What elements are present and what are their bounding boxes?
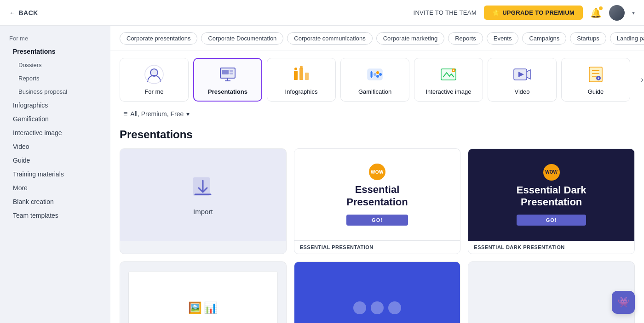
category-scroll-right-button[interactable]: ›	[635, 58, 644, 102]
tag-corporate-communications[interactable]: Corporate communications	[287, 32, 372, 45]
tag-corporate-documentation[interactable]: Corporate Documentation	[201, 32, 283, 45]
svg-rect-13	[371, 71, 372, 78]
slide1-preview: 🖼️📊	[128, 271, 278, 323]
template-card-slide1[interactable]: 🖼️📊	[120, 261, 287, 323]
filter-chevron-icon: ▾	[186, 110, 190, 118]
account-chevron-icon[interactable]: ▾	[632, 10, 635, 16]
sidebar-item-team-templates[interactable]: Team templates	[4, 209, 107, 222]
template-card-slide3[interactable]	[468, 261, 635, 323]
dark-label: ESSENTIAL DARK PRESENTATION	[468, 241, 634, 254]
category-row: For me Presentations	[110, 51, 644, 102]
svg-point-14	[376, 71, 379, 74]
sidebar-item-interactive-image[interactable]: Interactive image	[4, 126, 107, 140]
main-layout: For me Presentations Dossiers Reports Bu…	[0, 26, 644, 323]
slide3-thumb	[468, 262, 634, 323]
tag-landing-pages[interactable]: Landing pages	[610, 32, 644, 45]
sidebar-item-training-materials[interactable]: Training materials	[4, 167, 107, 181]
template-card-slide2[interactable]	[294, 261, 461, 323]
svg-rect-7	[299, 68, 303, 80]
sidebar-item-guide[interactable]: Guide	[4, 153, 107, 167]
import-thumb: Import	[120, 149, 286, 241]
for-me-label: For me	[144, 88, 163, 95]
filter-row: ≡ All, Premium, Free ▾	[110, 102, 644, 120]
infographics-icon	[291, 64, 311, 85]
sidebar-item-blank-creation[interactable]: Blank creation	[4, 195, 107, 209]
upgrade-button[interactable]: ⭐ UPGRADE TO PREMIUM	[484, 6, 583, 20]
category-card-gamification[interactable]: Gamification	[340, 58, 409, 102]
avatar[interactable]	[609, 5, 625, 21]
sidebar-item-video[interactable]: Video	[4, 140, 107, 153]
sidebar-item-presentations[interactable]: Presentations	[4, 45, 107, 58]
tag-corporate-presentations[interactable]: Corporate presentations	[120, 32, 197, 45]
infographics-label: Infographics	[285, 88, 318, 95]
video-label: Video	[514, 88, 529, 95]
dark-thumb: WOW Essential DarkPresentation GO!	[468, 149, 634, 241]
go-button-dark: GO!	[517, 215, 586, 226]
filter-label: All, Premium, Free	[130, 110, 184, 118]
avatar-image	[609, 5, 625, 21]
sidebar-item-dossiers[interactable]: Dossiers	[4, 58, 107, 72]
video-icon	[512, 64, 532, 85]
sidebar-item-business-proposal[interactable]: Business proposal	[4, 85, 107, 98]
back-label: BACK	[19, 9, 38, 17]
category-card-interactive-image[interactable]: Interactive image	[414, 58, 483, 102]
gamification-label: Gamification	[358, 88, 391, 95]
tag-reports[interactable]: Reports	[448, 32, 483, 45]
section-title: Presentations	[110, 120, 644, 148]
essential-thumb: WOW EssentialPresentation GO!	[294, 149, 460, 241]
svg-rect-4	[230, 70, 233, 72]
circle-1	[353, 301, 366, 314]
go-button: GO!	[346, 215, 408, 226]
sidebar-item-infographics[interactable]: Infographics	[4, 98, 107, 112]
guide-icon	[586, 64, 606, 85]
tag-events[interactable]: Events	[487, 32, 519, 45]
svg-rect-8	[305, 73, 309, 80]
essential-label: ESSENTIAL PRESENTATION	[294, 241, 460, 254]
interactive-image-icon	[438, 64, 459, 85]
template-card-essential[interactable]: WOW EssentialPresentation GO! ESSENTIAL …	[294, 148, 461, 254]
tag-campaigns[interactable]: Campaigns	[522, 32, 566, 45]
presentations-icon	[218, 64, 238, 85]
slide1-thumb: 🖼️📊	[120, 262, 286, 323]
tag-startups[interactable]: Startups	[570, 32, 606, 45]
template-card-import[interactable]: Import	[120, 148, 287, 254]
bell-button[interactable]: 🔔	[590, 7, 602, 18]
filter-icon: ≡	[123, 110, 127, 118]
presentations-label: Presentations	[208, 88, 247, 95]
top-header: ← BACK INVITE TO THE TEAM ⭐ UPGRADE TO P…	[0, 0, 644, 26]
star-icon: ⭐	[492, 9, 500, 16]
tag-corporate-marketing[interactable]: Corporate marketing	[376, 32, 445, 45]
category-card-presentations[interactable]: Presentations	[193, 58, 262, 102]
filter-button[interactable]: ≡ All, Premium, Free ▾	[120, 108, 193, 120]
for-me-icon	[144, 64, 164, 85]
svg-point-10	[300, 66, 303, 68]
svg-rect-29	[193, 178, 210, 195]
template-card-essential-dark[interactable]: WOW Essential DarkPresentation GO! ESSEN…	[468, 148, 635, 254]
gamification-icon	[365, 64, 385, 85]
circle-3	[388, 301, 401, 314]
sidebar-for-me-label: For me	[0, 33, 110, 45]
dark-title: Essential DarkPresentation	[517, 184, 586, 209]
sidebar-item-reports[interactable]: Reports	[4, 72, 107, 85]
category-card-video[interactable]: Video	[488, 58, 557, 102]
chat-icon: 👾	[617, 296, 630, 308]
category-card-guide[interactable]: Guide	[561, 58, 630, 102]
sidebar: For me Presentations Dossiers Reports Bu…	[0, 26, 110, 323]
slide2-thumb	[294, 262, 460, 323]
category-card-infographics[interactable]: Infographics	[267, 58, 336, 102]
guide-label: Guide	[588, 88, 604, 95]
sidebar-item-gamification[interactable]: Gamification	[4, 112, 107, 126]
chat-bubble-button[interactable]: 👾	[612, 291, 635, 314]
essential-content: WOW EssentialPresentation GO!	[337, 154, 417, 235]
template-grid: Import WOW EssentialPresentation GO! ESS…	[110, 148, 644, 323]
slide1-icons: 🖼️📊	[188, 301, 218, 314]
upgrade-label: UPGRADE TO PREMIUM	[502, 9, 575, 16]
essential-title: EssentialPresentation	[346, 184, 408, 208]
wow-badge: WOW	[369, 164, 385, 180]
back-button[interactable]: ← BACK	[9, 9, 38, 17]
notification-dot	[599, 6, 603, 10]
svg-point-15	[379, 73, 382, 76]
category-card-for-me[interactable]: For me	[120, 58, 189, 102]
sidebar-item-more[interactable]: More	[4, 181, 107, 195]
invite-button[interactable]: INVITE TO THE TEAM	[413, 9, 476, 16]
